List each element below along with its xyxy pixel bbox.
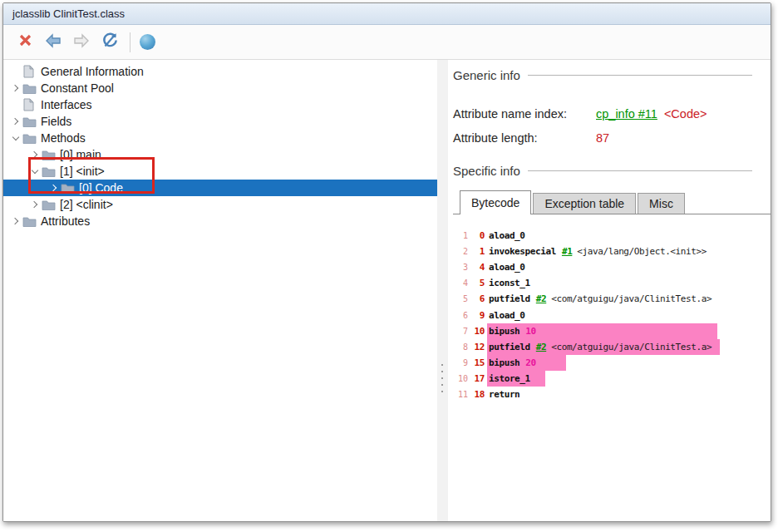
bytecode-offset: 12	[470, 342, 485, 352]
bytecode-line-9: 915bipush20	[457, 355, 771, 371]
back-arrow-icon	[45, 33, 62, 52]
bytecode-line-8: 812putfield#2<com/atguigu/java/ClinitTes…	[457, 339, 771, 355]
forward-arrow-icon	[73, 33, 90, 52]
tree-item-fields[interactable]: Fields	[3, 113, 437, 130]
bytecode-line-number: 9	[457, 358, 468, 367]
tree-item-label: Fields	[40, 115, 71, 128]
bytecode-line-number: 2	[457, 247, 468, 256]
tree-item-2-clinit[interactable]: [2] <clinit>	[3, 196, 437, 213]
attribute-name-value: <Code>	[657, 107, 707, 121]
close-button[interactable]	[15, 32, 35, 52]
opcode-mnemonic: aload_0	[489, 262, 525, 273]
bytecode-line-number: 4	[457, 278, 468, 288]
close-icon	[18, 33, 32, 51]
opcode-comment: <java/lang/Object.<init>>	[577, 246, 707, 257]
opcode-mnemonic: istore_1	[489, 373, 530, 384]
attribute-name-index-row: Attribute name index: cp_info #11 <Code>	[453, 101, 771, 126]
bytecode-offset: 1	[470, 246, 485, 257]
opcode-operand: 10	[525, 326, 535, 337]
opcode-operand: 20	[525, 357, 535, 368]
chevron-right-icon[interactable]	[8, 80, 22, 96]
tree-item-attributes[interactable]: Attributes	[3, 213, 437, 229]
constant-pool-link[interactable]: #1	[562, 246, 572, 257]
bytecode-line-2: 21invokespecial#1<java/lang/Object.<init…	[457, 244, 771, 259]
reload-button[interactable]	[100, 32, 120, 52]
generic-info-rows: Attribute name index: cp_info #11 <Code>…	[453, 101, 771, 150]
tab-bytecode[interactable]: Bytecode	[460, 190, 531, 214]
chevron-down-icon[interactable]	[27, 163, 42, 180]
tree-item-constant-pool[interactable]: Constant Pool	[3, 80, 437, 96]
tree-item-label: [2] <clinit>	[59, 198, 113, 211]
opcode-mnemonic: putfield	[489, 342, 530, 352]
tab-misc[interactable]: Misc	[638, 193, 685, 214]
tree-item-label: Interfaces	[40, 98, 91, 111]
show-in-browser-button[interactable]	[137, 32, 157, 52]
bytecode-line-1: 10aload_0	[457, 228, 771, 244]
tree-item-methods[interactable]: Methods	[3, 130, 437, 146]
cp-info-link[interactable]: cp_info #11	[596, 107, 657, 121]
specific-info-title: Specific info	[453, 164, 528, 178]
generic-info-title: Generic info	[453, 68, 528, 82]
bytecode-offset: 15	[470, 357, 485, 368]
expander-spacer	[8, 63, 22, 80]
class-structure-tree: General InformationConstant PoolInterfac…	[3, 60, 437, 521]
opcode-mnemonic: return	[489, 389, 519, 400]
tree-item-label: [1] <init>	[59, 165, 105, 178]
bytecode-line-number: 6	[457, 311, 468, 320]
back-button[interactable]	[43, 32, 63, 52]
bytecode-line-number: 11	[457, 390, 468, 399]
tree-item-label: [0] main	[59, 148, 101, 161]
opcode-mnemonic: aload_0	[489, 230, 525, 241]
attribute-length-value: 87	[596, 131, 609, 145]
bytecode-offset: 0	[470, 230, 485, 241]
opcode-mnemonic: aload_0	[489, 310, 525, 321]
constant-pool-link[interactable]: #2	[536, 293, 546, 304]
bytecode-line-number: 5	[457, 294, 468, 303]
bytecode-offset: 18	[470, 389, 485, 400]
opcode-mnemonic: bipush	[489, 357, 519, 368]
folder-icon	[42, 198, 59, 211]
split-handle[interactable]	[437, 60, 448, 521]
folder-icon	[22, 214, 40, 228]
bytecode-line-10: 1017istore_1	[457, 371, 771, 387]
chevron-right-icon[interactable]	[27, 146, 42, 163]
forward-button[interactable]	[71, 32, 91, 52]
bytecode-offset: 9	[470, 310, 485, 321]
bytecode-line-number: 7	[457, 327, 468, 336]
toolbar-separator	[130, 32, 130, 52]
bytecode-line-number: 3	[457, 263, 468, 272]
chevron-down-icon[interactable]	[8, 130, 22, 146]
tree-item-label: General Information	[40, 65, 144, 78]
tree-item-0-main[interactable]: [0] main	[3, 146, 437, 163]
bytecode-offset: 5	[470, 278, 485, 288]
bytecode-line-7: 710bipush10	[457, 323, 771, 339]
folder-icon	[42, 148, 59, 161]
chevron-right-icon[interactable]	[27, 196, 42, 213]
document-icon	[22, 65, 40, 78]
bytecode-line-6: 69aload_0	[457, 307, 771, 323]
bytecode-line-number: 1	[457, 231, 468, 240]
bytecode-offset: 10	[470, 326, 485, 337]
attribute-length-row: Attribute length: 87	[453, 126, 771, 150]
tab-exception-table[interactable]: Exception table	[533, 193, 636, 214]
opcode-mnemonic: iconst_1	[489, 278, 530, 288]
bytecode-offset: 4	[470, 262, 485, 273]
chevron-right-icon[interactable]	[8, 213, 22, 229]
bytecode-offset: 17	[470, 373, 485, 384]
reload-icon	[101, 32, 119, 52]
tree-item-general-information[interactable]: General Information	[3, 63, 437, 80]
document-icon	[22, 98, 40, 111]
chevron-right-icon[interactable]	[47, 180, 61, 196]
bytecode-offset: 6	[470, 293, 485, 304]
bytecode-line-4: 45iconst_1	[457, 275, 771, 291]
folder-icon	[61, 181, 78, 195]
tree-item-1-init[interactable]: [1] <init>	[3, 163, 437, 180]
expander-spacer	[8, 96, 22, 113]
bytecode-line-3: 34aload_0	[457, 259, 771, 275]
tree-item-interfaces[interactable]: Interfaces	[3, 96, 437, 113]
tree-item-label: Methods	[40, 131, 86, 145]
constant-pool-link[interactable]: #2	[536, 342, 546, 352]
bytecode-line-5: 56putfield#2<com/atguigu/java/ClinitTest…	[457, 291, 771, 307]
tree-item-0-code[interactable]: [0] Code	[3, 180, 437, 196]
chevron-right-icon[interactable]	[8, 113, 22, 130]
